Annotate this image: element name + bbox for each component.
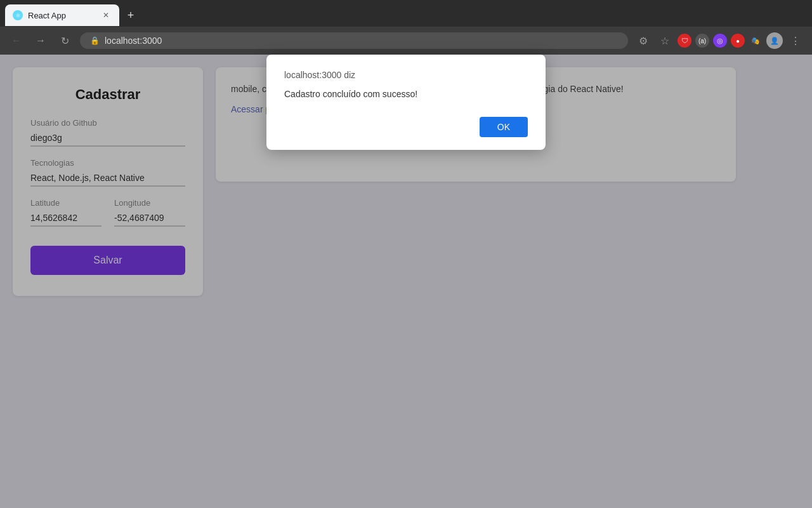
toolbar-icons: ⚙ ☆ 🛡 (a) ◎ ● 🎭 👤 ⋮	[634, 32, 804, 50]
modal-message: Cadastro concluído com sucesso!	[284, 89, 528, 99]
extensions-icon[interactable]: ⚙	[634, 32, 652, 50]
reload-icon: ↻	[61, 35, 69, 47]
lock-icon: 🔒	[90, 36, 100, 45]
bookmark-icon[interactable]: ☆	[656, 32, 674, 50]
reload-button[interactable]: ↻	[56, 32, 74, 50]
url-bar[interactable]: 🔒 localhost:3000	[80, 32, 628, 49]
back-icon: ←	[11, 35, 22, 46]
tab-bar: ⚛ React App ✕ +	[0, 0, 812, 27]
back-button[interactable]: ←	[8, 32, 25, 50]
menu-icon[interactable]: ⋮	[787, 32, 804, 50]
ext1-icon[interactable]: 🛡	[678, 34, 691, 48]
modal-header: localhost:3000 diz	[284, 70, 528, 80]
modal-actions: OK	[284, 117, 528, 137]
tab-title: React App	[28, 11, 95, 20]
ext2-icon[interactable]: (a)	[695, 34, 709, 48]
ext5-icon[interactable]: 🎭	[749, 34, 763, 48]
profile-icon[interactable]: 👤	[766, 32, 783, 49]
tab-close-button[interactable]: ✕	[100, 10, 112, 21]
modal-dialog: localhost:3000 diz Cadastro concluído co…	[266, 55, 546, 150]
forward-icon: →	[36, 35, 46, 46]
modal-ok-button[interactable]: OK	[480, 117, 528, 137]
page-content: Cadastrar Usuário do Github Tecnologias …	[0, 55, 812, 508]
address-bar: ← → ↻ 🔒 localhost:3000 ⚙ ☆ 🛡 (a) ◎ ● 🎭 👤…	[0, 27, 812, 55]
new-tab-button[interactable]: +	[122, 6, 140, 24]
url-text: localhost:3000	[105, 36, 162, 46]
modal-overlay: localhost:3000 diz Cadastro concluído co…	[0, 55, 812, 508]
tab-favicon: ⚛	[13, 10, 23, 20]
browser-chrome: ⚛ React App ✕ + ← → ↻ 🔒 localhost:3000 ⚙…	[0, 0, 812, 55]
forward-button[interactable]: →	[32, 32, 49, 50]
ext3-icon[interactable]: ◎	[713, 34, 727, 48]
browser-tab[interactable]: ⚛ React App ✕	[5, 4, 119, 26]
ext4-icon[interactable]: ●	[731, 34, 745, 48]
